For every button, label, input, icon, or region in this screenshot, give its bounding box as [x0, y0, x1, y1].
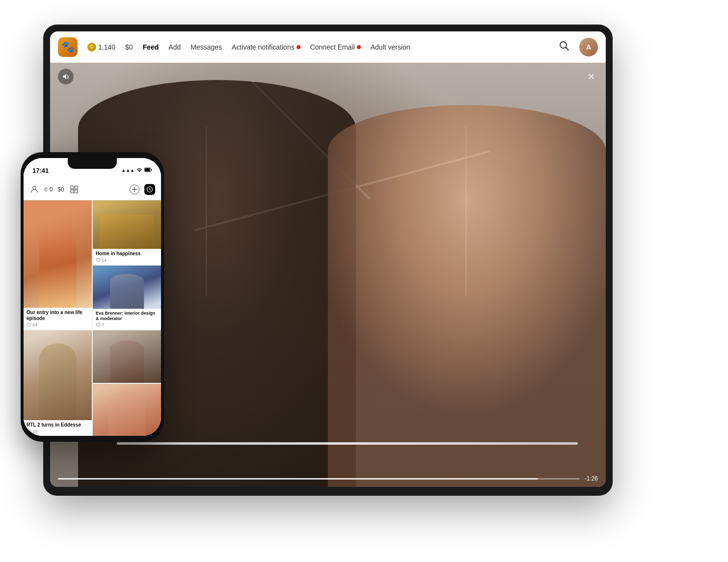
svg-rect-6: [75, 186, 78, 189]
nav-messages-link[interactable]: Messages: [190, 43, 222, 51]
nav-connect-email-link[interactable]: Connect Email: [310, 43, 361, 51]
nav-feed-link[interactable]: Feed: [143, 43, 159, 51]
scene: 🐾 © 1,140 $0 Feed Add Messages Activate …: [0, 0, 728, 562]
user-avatar[interactable]: A: [579, 38, 598, 56]
phone-coins-value: © 0: [44, 186, 53, 193]
feed-item-4[interactable]: RTL 2 turns in Eddesse 16: [24, 330, 92, 436]
video-mute-button[interactable]: [58, 69, 74, 84]
video-progress-filled: [58, 478, 538, 480]
svg-rect-3: [145, 168, 150, 171]
search-icon[interactable]: [559, 40, 569, 54]
feed-likes-1: 64: [24, 322, 92, 329]
video-person-right: [328, 105, 606, 487]
feed-caption-1: Our entry into a new life episode: [24, 308, 92, 322]
wifi-icon: [136, 167, 142, 173]
nav-adult-version-link[interactable]: Adult version: [371, 43, 410, 51]
app-icon[interactable]: 🐾: [58, 37, 78, 57]
svg-rect-7: [71, 190, 74, 193]
coin-icon: ©: [87, 43, 96, 52]
battery-icon: [144, 167, 152, 173]
video-controls-top: ✕: [58, 69, 598, 84]
feed-caption-3: Eva Brenner: interior design & moderator: [93, 309, 161, 322]
video-ruler-bottom: [117, 442, 578, 445]
nav-coins: © 1,140: [87, 43, 115, 52]
phone-add-button[interactable]: [130, 185, 139, 194]
nav-activate-notifications-link[interactable]: Activate notifications: [232, 43, 300, 51]
feed-item-2[interactable]: Home in happiness 14: [93, 200, 161, 265]
tablet-nav-bar: 🐾 © 1,140 $0 Feed Add Messages Activate …: [50, 31, 606, 63]
signal-icon: ▲▲▲: [121, 168, 135, 173]
feed-item-3[interactable]: Eva Brenner: interior design & moderator…: [93, 266, 161, 330]
phone-time: 17:41: [32, 167, 49, 174]
notifications-red-dot: [297, 45, 300, 49]
phone-profile-nav-icon[interactable]: [29, 185, 39, 194]
feed-likes-2: 14: [93, 257, 161, 265]
video-controls-bottom: -1:26: [58, 475, 598, 482]
svg-line-1: [566, 48, 569, 51]
feed-item-5[interactable]: [93, 330, 161, 383]
phone-status-icons: ▲▲▲: [121, 167, 152, 173]
video-progress-bar[interactable]: [58, 478, 580, 480]
svg-point-4: [33, 186, 36, 189]
feed-likes-3: 7: [93, 322, 161, 329]
coins-value: 1,140: [98, 43, 115, 51]
feed-caption-4: RTL 2 turns in Eddesse: [24, 420, 92, 428]
phone-feed-grid: Our entry into a new life episode 64 Hom…: [24, 200, 161, 436]
video-close-button[interactable]: ✕: [584, 70, 598, 83]
svg-rect-8: [75, 190, 78, 193]
feed-caption-2: Home in happiness: [93, 249, 161, 257]
feed-item-6[interactable]: [93, 384, 161, 436]
feed-likes-4: 16: [24, 428, 92, 436]
video-time-remaining: -1:26: [585, 475, 598, 482]
phone-nav-bar: © 0 $0: [24, 179, 161, 200]
phone-grid-icon[interactable]: [69, 185, 79, 194]
nav-add-link[interactable]: Add: [168, 43, 181, 51]
phone-notch: [68, 158, 117, 169]
phone-dollars-value: $0: [57, 186, 64, 193]
phone-device: 17:41 ▲▲▲: [21, 152, 164, 442]
email-red-dot: [357, 45, 361, 49]
phone-clock-icon[interactable]: [144, 184, 155, 195]
feed-item-1[interactable]: Our entry into a new life episode 64: [24, 200, 92, 329]
svg-rect-5: [71, 186, 74, 189]
nav-dollars: $0: [125, 43, 133, 51]
phone-screen: 17:41 ▲▲▲: [24, 158, 161, 436]
